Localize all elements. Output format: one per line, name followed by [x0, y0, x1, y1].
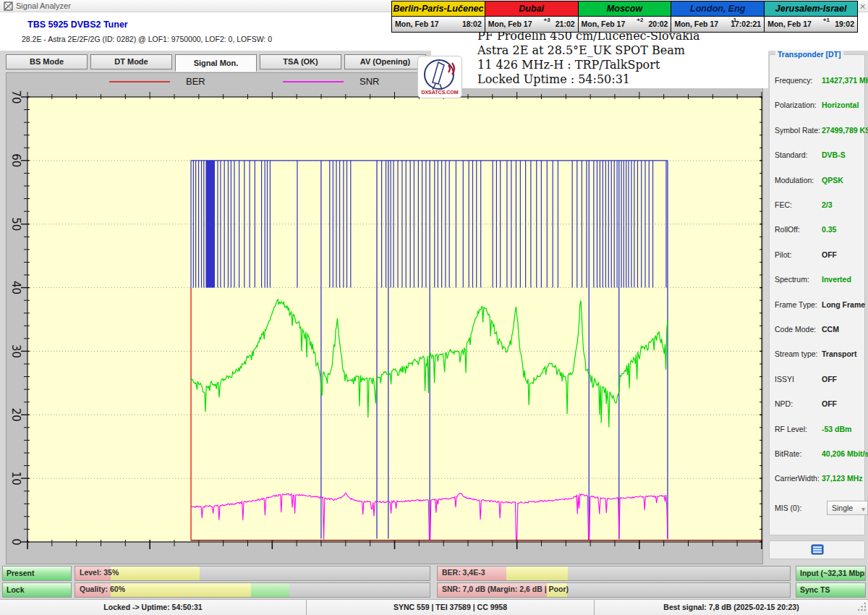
tp-row-rolloff: RollOff: 0.35 [775, 225, 861, 235]
clock-utc-offset: +1 [823, 17, 830, 23]
chevron-down-icon: ▾ [861, 503, 865, 516]
clock-2: Dubai Mon, Feb 17 +3 21:02 [485, 1, 579, 32]
tp-label: Spectrum: [775, 275, 809, 284]
svg-text:40: 40 [9, 281, 22, 294]
legend-item-snr: SNR [283, 76, 379, 87]
clock-time: 17:02:21 [731, 20, 761, 28]
svg-text:60: 60 [9, 153, 22, 167]
clock-date: Mon, Feb 17 [674, 20, 718, 28]
tp-value: OFF [822, 250, 837, 259]
bar-segment-green [251, 583, 289, 597]
clock-time: 20:02 [649, 20, 668, 28]
tp-row-modulation: Modulation: QPSK [775, 176, 861, 186]
dxsatcs-logo: DXSATCS.COM [417, 56, 462, 98]
mode-tabs: BS ModeDT ModeSignal Mon.TSA (OK)AV (Ope… [6, 54, 426, 70]
tp-row-polarization: Polarization: Horizontal [775, 101, 861, 111]
tuner-subtitle: 28.2E - Astra 2E/2F/2G (ID: 0282) @ LOF1… [22, 35, 272, 43]
tp-value: DVB-S [822, 150, 846, 159]
tab-dt-mode[interactable]: DT Mode [90, 54, 172, 69]
bar-ber: BER: 3,4E-3 [437, 566, 791, 581]
clock-1: Berlin-Paris-Lučenec Mon, Feb 17 18:02 [392, 1, 485, 32]
bar-segment-yellow [111, 583, 251, 597]
tp-value: QPSK [822, 176, 843, 184]
tp-row-frequency: Frequency: 11427,371 MHz [775, 76, 861, 86]
bar-snr: SNR: 7,0 dB (Margin: 2,6 dB | Poor) [437, 582, 791, 598]
tp-row-symbol-rate: Symbol Rate: 27499,789 KS/s [775, 126, 861, 136]
tp-label: MIS (0): [775, 504, 801, 512]
svg-text:20: 20 [9, 408, 22, 422]
legend-swatch [283, 81, 344, 82]
tp-label: ISSYI [775, 375, 794, 383]
tp-value: OFF [822, 375, 837, 383]
tp-row-rf-level: RF Level: -53 dBm [775, 425, 861, 435]
tp-value: CCM [822, 325, 839, 334]
tp-label: Polarization: [775, 101, 817, 109]
tp-label: Stream type: [775, 349, 818, 358]
badge-input: Input (~32,31 Mbps) [796, 566, 866, 581]
svg-text:30: 30 [9, 344, 22, 358]
tp-value: OFF [822, 399, 837, 408]
bar-segment-gray [567, 583, 790, 597]
mis-dropdown[interactable]: Single ▾ [827, 501, 868, 515]
info-block: PF Prodelin 450 cm/Lučenec-SlovakiaAstra… [431, 29, 768, 88]
tp-label: RF Level: [775, 425, 807, 433]
tp-row-stream-type: Stream type: Transport [775, 349, 861, 360]
world-clocks: Berlin-Paris-Lučenec Mon, Feb 17 18:02 D… [391, 1, 858, 33]
tuner-title: TBS 5925 DVBS2 Tuner [27, 20, 128, 30]
tp-row-mis: MIS (0): Single ▾ [775, 504, 861, 514]
status-section-3: Best signal: 7,8 dB (2025-02-15 20:23) [595, 600, 868, 615]
panel-footer-button[interactable] [769, 540, 865, 559]
svg-text:50: 50 [9, 217, 22, 231]
bar-quality: Quality: 60% [75, 582, 430, 598]
tab-signal-mon[interactable]: Signal Mon. [175, 54, 257, 72]
clock-utc-offset: +2 [637, 17, 643, 23]
tab-bs-mode[interactable]: BS Mode [6, 54, 88, 69]
tp-label: Modulation: [775, 176, 814, 184]
badge-sync: Sync TS [796, 582, 866, 598]
clock-time: 18:02 [462, 20, 482, 28]
legend-label: SNR [359, 76, 379, 87]
badge-lock: Lock [2, 582, 72, 598]
tp-value: -53 dBm [822, 425, 851, 433]
close-icon[interactable]: ✕ [858, 2, 867, 12]
clock-city: Jerusalem-Israel [765, 1, 857, 17]
tp-label: Standard: [775, 150, 808, 159]
tp-value: Transport [822, 349, 856, 358]
clock-utc-offset: +3 [543, 17, 550, 23]
clock-city: Berlin-Paris-Lučenec [392, 1, 485, 17]
tp-label: RollOff: [775, 225, 800, 234]
bar-level-label: Level: 35% [80, 568, 119, 577]
clock-city: Moscow [579, 1, 671, 17]
bar-quality-label: Quality: 60% [80, 585, 125, 593]
bar-snr-label: SNR: 7,0 dB (Margin: 2,6 dB | Poor) [442, 585, 569, 593]
tab-av-opening[interactable]: AV (Opening) [344, 54, 426, 69]
tp-value: 0.35 [822, 225, 836, 234]
clock-4: London, Eng Mon, Feb 17 -1 17:02:21 [671, 1, 765, 32]
tp-value: Horizontal [822, 101, 859, 109]
tp-label: Frequency: [775, 76, 813, 85]
clock-city: Dubai [485, 1, 578, 17]
tp-row-spectrum: Spectrum: Inverted [775, 275, 861, 285]
bar-segment-gray [289, 583, 430, 597]
tab-tsa-ok[interactable]: TSA (OK) [260, 54, 341, 69]
window-title: Signal Analyzer [16, 1, 71, 10]
tp-row-issyi: ISSYI OFF [775, 375, 861, 385]
bar-ber-label: BER: 3,4E-3 [442, 568, 485, 577]
info-line-3: 11 426 MHz-H : TRP/TalkSport [477, 58, 768, 72]
logo-text: DXSATCS.COM [421, 90, 458, 95]
signal-chart: 010203040506070 [7, 73, 762, 564]
tp-value: Inverted [822, 275, 851, 284]
tp-label: BitRate: [775, 449, 801, 458]
clock-date: Mon, Feb 17 [767, 20, 812, 28]
tp-label: CarrierWidth: [775, 474, 820, 483]
tp-label: FEC: [775, 200, 792, 209]
bar-segment-yellow [506, 567, 568, 580]
info-line-2: Astra 2E at 28.5°E_UK SPOT Beam [477, 43, 768, 58]
tp-value: 11427,371 MHz [822, 76, 868, 85]
bar-segment-gray [200, 567, 430, 580]
tp-row-bitrate: BitRate: 40,206 Mbit/s [775, 449, 861, 459]
status-bar: Locked -> Uptime: 54:50:31SYNC 559 | TEI… [0, 599, 868, 615]
status-section-2: SYNC 559 | TEI 37589 | CC 9958 [307, 600, 595, 615]
resize-grip[interactable] [857, 602, 867, 612]
status-section-1: Locked -> Uptime: 54:50:31 [0, 600, 307, 615]
